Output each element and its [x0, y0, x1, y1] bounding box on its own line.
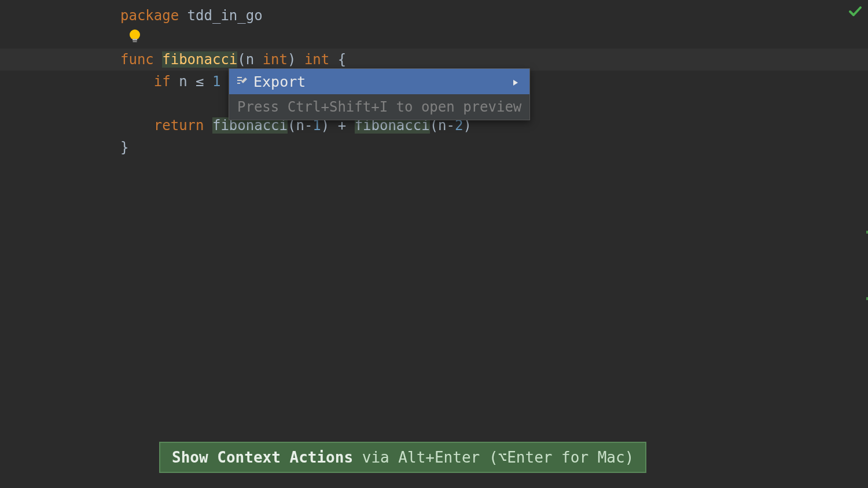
type-int-2: int	[296, 51, 329, 68]
code-line-1: package tdd_in_go	[0, 5, 868, 27]
lightbulb-icon[interactable]	[128, 29, 141, 49]
keyword-return: return	[154, 117, 204, 134]
svg-point-0	[130, 29, 140, 40]
paren-open: (	[237, 51, 245, 68]
space	[204, 117, 212, 134]
code-line-3: func fibonacci(n int) int {	[0, 49, 868, 71]
tooltip-bold: Show Context Actions	[172, 449, 353, 466]
param-n: n	[246, 51, 263, 68]
svg-rect-2	[133, 41, 137, 42]
popup-hint: Press Ctrl+Shift+I to open preview	[229, 94, 529, 120]
keyword-package: package	[120, 8, 179, 24]
tooltip-rest: via Alt+Enter (⌥Enter for Mac)	[353, 449, 634, 466]
svg-rect-1	[133, 39, 137, 40]
package-name: tdd_in_go	[179, 8, 263, 24]
function-name-def: fibonacci	[162, 51, 237, 68]
tooltip-bar: Show Context Actions via Alt+Enter (⌥Ent…	[159, 442, 646, 473]
number-1: 1	[212, 73, 220, 90]
paren-close: )	[288, 51, 296, 68]
popup-export-label: Export	[253, 73, 306, 90]
indent	[120, 117, 154, 134]
keyword-if: if	[154, 73, 171, 90]
if-expr: n ≤	[171, 73, 212, 90]
type-int-1: int	[263, 51, 288, 68]
intention-popup[interactable]: Export Press Ctrl+Shift+I to open previe…	[229, 68, 530, 120]
brace-open: {	[329, 51, 346, 68]
popup-item-export[interactable]: Export	[229, 69, 529, 94]
keyword-func: func	[120, 51, 154, 68]
brace-close: }	[120, 139, 128, 156]
code-line-7: }	[0, 136, 868, 158]
indent	[120, 73, 154, 90]
chevron-right-icon	[373, 73, 519, 90]
pencil-icon	[236, 73, 249, 90]
check-icon[interactable]	[848, 5, 862, 22]
